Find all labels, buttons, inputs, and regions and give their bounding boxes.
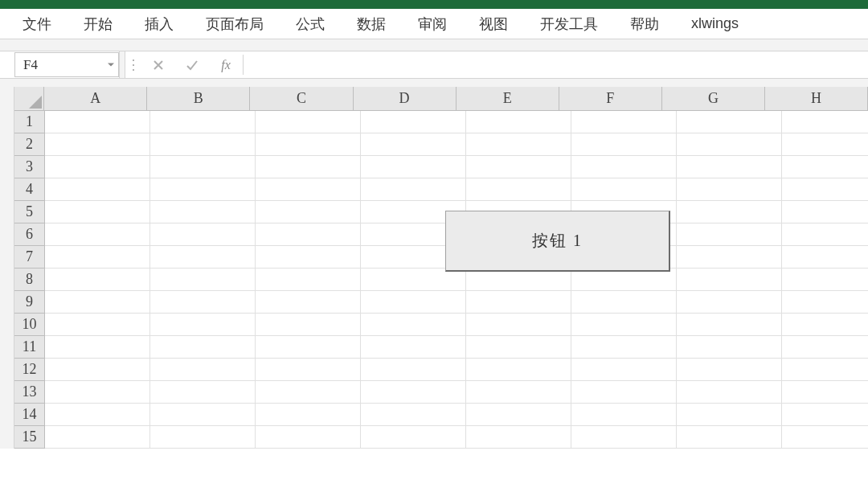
cell[interactable] [361,381,466,404]
cell[interactable] [677,246,782,269]
cell[interactable] [45,246,150,269]
cell[interactable] [571,156,677,178]
cell[interactable] [150,404,256,426]
row-header[interactable]: 6 [14,223,45,246]
cell[interactable] [677,381,782,404]
cell[interactable] [677,201,782,223]
cell[interactable] [361,404,466,426]
form-button-1[interactable]: 按钮 1 [445,211,670,272]
cell[interactable] [677,336,782,359]
cell[interactable] [150,111,256,133]
cell[interactable] [466,381,571,404]
row-header[interactable]: 8 [14,269,45,291]
ribbon-tab-developer[interactable]: 开发工具 [524,9,614,39]
column-header-h[interactable]: H [765,87,868,111]
column-header-c[interactable]: C [250,87,353,111]
row-header[interactable]: 2 [14,133,45,156]
cell[interactable] [256,201,361,223]
row-header[interactable]: 11 [14,336,45,359]
cell[interactable] [361,291,466,314]
cell[interactable] [571,133,677,156]
cell[interactable] [677,359,782,381]
cell[interactable] [256,269,361,291]
row-header[interactable]: 13 [14,381,45,404]
cell[interactable] [45,314,150,336]
cell[interactable] [677,111,782,133]
cell[interactable] [466,336,571,359]
cell[interactable] [45,156,150,178]
cell[interactable] [45,426,150,449]
row-header[interactable]: 12 [14,359,45,381]
row-header[interactable]: 3 [14,156,45,178]
column-header-f[interactable]: F [559,87,662,111]
cell[interactable] [466,133,571,156]
ribbon-tab-page-layout[interactable]: 页面布局 [190,9,280,39]
cell[interactable] [361,269,466,291]
cell[interactable] [256,156,361,178]
cell[interactable] [256,426,361,449]
cell[interactable] [361,359,466,381]
fx-icon[interactable]: fx [209,51,243,78]
ribbon-tab-view[interactable]: 视图 [463,9,524,39]
cell[interactable] [150,381,256,404]
cell[interactable] [782,426,868,449]
cell[interactable] [466,291,571,314]
cell[interactable] [45,269,150,291]
drag-handle-icon[interactable] [125,51,141,78]
cell[interactable] [466,111,571,133]
cell[interactable] [466,156,571,178]
row-header[interactable]: 5 [14,201,45,223]
cell[interactable] [782,111,868,133]
cell[interactable] [45,381,150,404]
cell[interactable] [677,223,782,246]
ribbon-tab-help[interactable]: 帮助 [614,9,675,39]
cell[interactable] [782,201,868,223]
cell[interactable] [150,178,256,201]
row-header[interactable]: 15 [14,426,45,449]
cell[interactable] [677,404,782,426]
cell[interactable] [677,178,782,201]
cell[interactable] [677,291,782,314]
cell[interactable] [150,426,256,449]
cell[interactable] [361,156,466,178]
cell[interactable] [45,404,150,426]
cell[interactable] [571,426,677,449]
cell[interactable] [45,359,150,381]
cell[interactable] [466,178,571,201]
cancel-icon[interactable] [141,51,175,78]
cell[interactable] [256,178,361,201]
cell[interactable] [45,201,150,223]
cell[interactable] [361,111,466,133]
cell[interactable] [782,359,868,381]
column-header-e[interactable]: E [457,87,559,111]
cell[interactable] [256,246,361,269]
cell[interactable] [256,404,361,426]
cell[interactable] [256,314,361,336]
cell[interactable] [782,291,868,314]
cell[interactable] [782,381,868,404]
cell[interactable] [150,223,256,246]
cell[interactable] [782,133,868,156]
column-header-b[interactable]: B [147,87,250,111]
cell[interactable] [571,336,677,359]
cell[interactable] [150,314,256,336]
row-header[interactable]: 7 [14,246,45,269]
cell[interactable] [677,133,782,156]
cell[interactable] [361,314,466,336]
cell[interactable] [782,156,868,178]
cell[interactable] [150,201,256,223]
row-header[interactable]: 9 [14,291,45,314]
cell[interactable] [677,314,782,336]
cell[interactable] [150,156,256,178]
cell[interactable] [361,426,466,449]
cell[interactable] [782,246,868,269]
cell[interactable] [45,336,150,359]
cell[interactable] [782,223,868,246]
select-all-button[interactable] [14,87,44,111]
cell[interactable] [150,269,256,291]
cell[interactable] [45,178,150,201]
cell[interactable] [45,133,150,156]
cell[interactable] [45,223,150,246]
cell[interactable] [571,359,677,381]
cells-area[interactable]: 按钮 1 [45,111,868,449]
